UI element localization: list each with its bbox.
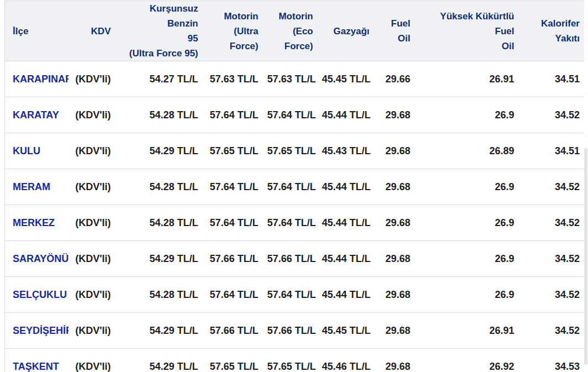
table-row: TAŞKENT (KDV'li) 54.29 TL/L 57.65 TL/L 5… [5, 349, 585, 372]
fuel-oil-cell: 29.68 [374, 205, 415, 241]
yuksek-fuel-cell: 26.9 [415, 205, 519, 241]
district-cell: TAŞKENT [5, 349, 69, 372]
motorin-eco-cell: 57.65 TL/L [263, 133, 318, 169]
table-row: MERAM (KDV'li) 54.28 TL/L 57.64 TL/L 57.… [5, 169, 585, 205]
kalorifer-cell: 34.52 [519, 313, 585, 349]
fuel-oil-cell: 29.68 [374, 169, 415, 205]
gazyagi-cell: 45.44 TL/L [318, 241, 374, 277]
motorin-eco-cell: 57.66 TL/L [263, 241, 318, 277]
district-link[interactable]: MERAM [13, 181, 50, 192]
motorin-eco-cell: 57.64 TL/L [263, 277, 318, 313]
gazyagi-cell: 45.45 TL/L [318, 61, 374, 97]
kdv-cell: (KDV'li) [69, 349, 116, 372]
kdv-cell: (KDV'li) [69, 97, 116, 133]
kalorifer-cell: 34.52 [519, 205, 585, 241]
motorin-eco-cell: 57.64 TL/L [263, 205, 318, 241]
fuel-oil-cell: 29.68 [374, 313, 415, 349]
yuksek-fuel-cell: 26.9 [415, 277, 519, 313]
kdv-cell: (KDV'li) [69, 241, 116, 277]
gazyagi-cell: 45.44 TL/L [318, 205, 374, 241]
district-cell: KARATAY [5, 97, 69, 133]
table-row: KARAPINAR (KDV'li) 54.27 TL/L 57.63 TL/L… [5, 61, 585, 97]
motorin-eco-cell: 57.64 TL/L [263, 97, 318, 133]
benzin-cell: 54.29 TL/L [116, 133, 203, 169]
motorin-ultra-cell: 57.65 TL/L [203, 133, 263, 169]
kdv-cell: (KDV'li) [69, 61, 116, 97]
benzin-cell: 54.28 TL/L [116, 205, 203, 241]
kalorifer-cell: 34.53 [519, 349, 585, 372]
gazyagi-cell: 45.43 TL/L [318, 133, 374, 169]
kdv-cell: (KDV'li) [69, 133, 116, 169]
fuel-oil-cell: 29.68 [374, 241, 415, 277]
district-link[interactable]: KARAPINAR [13, 74, 69, 85]
col-header-ilce: İlçe [5, 1, 69, 61]
col-header-kdv: KDV [69, 1, 116, 61]
district-link[interactable]: MERKEZ [13, 217, 55, 228]
fuel-oil-cell: 29.68 [374, 133, 415, 169]
gazyagi-cell: 45.44 TL/L [318, 169, 374, 205]
district-link[interactable]: SEYDİŞEHİR [13, 325, 69, 336]
table-row: KULU (KDV'li) 54.29 TL/L 57.65 TL/L 57.6… [5, 133, 585, 169]
gazyagi-cell: 45.44 TL/L [318, 97, 374, 133]
col-header-motorin-ultra-force: Motorin (Ultra Force) [203, 1, 263, 61]
motorin-ultra-cell: 57.66 TL/L [203, 313, 263, 349]
benzin-cell: 54.27 TL/L [116, 61, 203, 97]
kalorifer-cell: 34.52 [519, 169, 585, 205]
col-header-yuksek-kukurtlu-fuel-oil: Yüksek Kükürtlü Fuel Oil [415, 1, 519, 61]
kalorifer-cell: 34.51 [519, 61, 585, 97]
motorin-eco-cell: 57.66 TL/L [263, 313, 318, 349]
motorin-ultra-cell: 57.65 TL/L [203, 349, 263, 372]
benzin-cell: 54.28 TL/L [116, 277, 203, 313]
district-cell: KULU [5, 133, 69, 169]
district-link[interactable]: SELÇUKLU [13, 289, 67, 300]
scrollbar-thumb[interactable] [584, 148, 587, 365]
motorin-eco-cell: 57.63 TL/L [263, 61, 318, 97]
kalorifer-cell: 34.52 [519, 97, 585, 133]
district-cell: KARAPINAR [5, 61, 69, 97]
motorin-ultra-cell: 57.64 TL/L [203, 169, 263, 205]
table-row: SARAYÖNÜ (KDV'li) 54.29 TL/L 57.66 TL/L … [5, 241, 585, 277]
yuksek-fuel-cell: 26.9 [415, 97, 519, 133]
motorin-ultra-cell: 57.63 TL/L [203, 61, 263, 97]
fuel-oil-cell: 29.68 [374, 277, 415, 313]
table-row: MERKEZ (KDV'li) 54.28 TL/L 57.64 TL/L 57… [5, 205, 585, 241]
district-cell: SELÇUKLU [5, 277, 69, 313]
yuksek-fuel-cell: 26.9 [415, 169, 519, 205]
kalorifer-cell: 34.52 [519, 277, 585, 313]
district-cell: SARAYÖNÜ [5, 241, 69, 277]
district-link[interactable]: SARAYÖNÜ [13, 253, 69, 264]
benzin-cell: 54.29 TL/L [116, 349, 203, 372]
scrollbar[interactable] [584, 0, 588, 372]
benzin-cell: 54.28 TL/L [116, 97, 203, 133]
table-header: İlçe KDV Kurşunsuz Benzin 95 (Ultra Forc… [5, 1, 585, 61]
col-header-gazyagi: Gazyağı [318, 1, 374, 61]
yuksek-fuel-cell: 26.89 [415, 133, 519, 169]
district-link[interactable]: KULU [13, 145, 40, 156]
kdv-cell: (KDV'li) [69, 169, 116, 205]
gazyagi-cell: 45.44 TL/L [318, 277, 374, 313]
kdv-cell: (KDV'li) [69, 313, 116, 349]
kdv-cell: (KDV'li) [69, 277, 116, 313]
kalorifer-cell: 34.51 [519, 133, 585, 169]
district-link[interactable]: TAŞKENT [13, 361, 59, 372]
motorin-ultra-cell: 57.64 TL/L [203, 205, 263, 241]
col-header-kursunsuz-benzin: Kurşunsuz Benzin 95 (Ultra Force 95) [116, 1, 203, 61]
table-row: KARATAY (KDV'li) 54.28 TL/L 57.64 TL/L 5… [5, 97, 585, 133]
yuksek-fuel-cell: 26.91 [415, 313, 519, 349]
table-body: KARAPINAR (KDV'li) 54.27 TL/L 57.63 TL/L… [5, 61, 585, 372]
district-link[interactable]: KARATAY [13, 109, 59, 120]
motorin-ultra-cell: 57.64 TL/L [203, 277, 263, 313]
yuksek-fuel-cell: 26.92 [415, 349, 519, 372]
table-row: SEYDİŞEHİR (KDV'li) 54.29 TL/L 57.66 TL/… [5, 313, 585, 349]
benzin-cell: 54.28 TL/L [116, 169, 203, 205]
yuksek-fuel-cell: 26.9 [415, 241, 519, 277]
header-row: İlçe KDV Kurşunsuz Benzin 95 (Ultra Forc… [5, 1, 585, 61]
yuksek-fuel-cell: 26.91 [415, 61, 519, 97]
table-row: SELÇUKLU (KDV'li) 54.28 TL/L 57.64 TL/L … [5, 277, 585, 313]
district-cell: SEYDİŞEHİR [5, 313, 69, 349]
fuel-oil-cell: 29.68 [374, 97, 415, 133]
col-header-motorin-eco-force: Motorin (Eco Force) [263, 1, 318, 61]
gazyagi-cell: 45.45 TL/L [318, 313, 374, 349]
district-cell: MERKEZ [5, 205, 69, 241]
fuel-oil-cell: 29.68 [374, 349, 415, 372]
